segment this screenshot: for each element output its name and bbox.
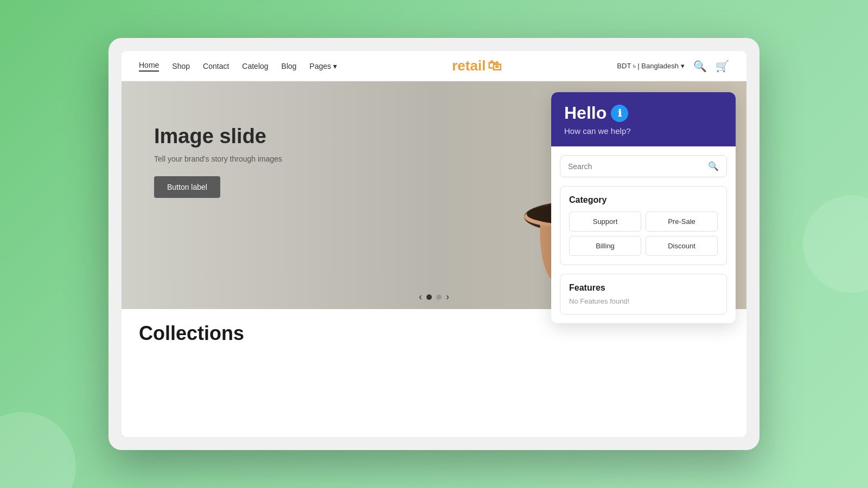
hero-text-block: Image slide Tell your brand's story thro…: [154, 125, 282, 198]
slider-prev-arrow[interactable]: ‹: [419, 291, 422, 303]
category-discount[interactable]: Discount: [646, 236, 718, 256]
laptop-frame: Home Shop Contact Catelog Blog Pages ▾ r…: [108, 38, 760, 450]
nav-shop[interactable]: Shop: [172, 62, 190, 70]
slider-next-arrow[interactable]: ›: [446, 291, 449, 303]
hero-title: Image slide: [154, 125, 282, 148]
search-magnifier-icon: 🔍: [708, 161, 719, 171]
hero-subtitle: Tell your brand's story through images: [154, 155, 282, 163]
nav-home[interactable]: Home: [139, 61, 159, 72]
widget-body: 🔍 Category Support Pre-Sale Billing Disc…: [551, 146, 736, 323]
features-section: Features No Features found!: [560, 274, 727, 314]
category-presale[interactable]: Pre-Sale: [646, 211, 718, 232]
chevron-down-icon: ▾: [333, 62, 337, 70]
currency-selector[interactable]: BDT ৳ | Bangladesh ▾: [617, 62, 685, 70]
category-support[interactable]: Support: [569, 211, 641, 232]
nav-right: BDT ৳ | Bangladesh ▾ 🔍 🛒: [617, 60, 729, 73]
widget-hello-row: Hello ℹ: [564, 103, 723, 123]
help-widget: Hello ℹ How can we help? 🔍 Category: [551, 92, 736, 323]
category-title: Category: [569, 195, 718, 205]
widget-subtitle: How can we help?: [564, 126, 723, 136]
features-empty-message: No Features found!: [569, 297, 718, 305]
category-grid: Support Pre-Sale Billing Discount: [569, 211, 718, 256]
main-content: Image slide Tell your brand's story thro…: [122, 81, 746, 437]
nav-contact[interactable]: Contact: [203, 62, 229, 70]
logo-text: retail: [452, 57, 486, 74]
search-icon[interactable]: 🔍: [693, 60, 707, 73]
search-box[interactable]: 🔍: [560, 155, 727, 177]
browser-window: Home Shop Contact Catelog Blog Pages ▾ r…: [122, 51, 746, 437]
logo-bag-icon: 🛍: [488, 57, 502, 74]
features-title: Features: [569, 283, 718, 293]
slide-dot-2[interactable]: [436, 294, 442, 300]
nav-links: Home Shop Contact Catelog Blog Pages ▾: [139, 61, 337, 72]
logo[interactable]: retail 🛍: [452, 57, 502, 74]
slider-dots: ‹ ›: [419, 291, 449, 303]
info-icon: ℹ: [611, 105, 628, 122]
widget-header: Hello ℹ How can we help?: [551, 92, 736, 146]
cart-icon[interactable]: 🛒: [716, 60, 729, 73]
hero-button[interactable]: Button label: [154, 176, 220, 198]
nav-catelog[interactable]: Catelog: [242, 62, 268, 70]
category-billing[interactable]: Billing: [569, 236, 641, 256]
nav-blog[interactable]: Blog: [282, 62, 297, 70]
navbar: Home Shop Contact Catelog Blog Pages ▾ r…: [122, 51, 746, 81]
widget-hello-text: Hello: [564, 103, 607, 123]
collections-title: Collections: [139, 322, 729, 345]
nav-pages[interactable]: Pages ▾: [310, 62, 337, 70]
slide-dot-1[interactable]: [426, 294, 432, 300]
currency-chevron-icon: ▾: [681, 62, 685, 70]
search-input[interactable]: [568, 162, 704, 171]
category-section: Category Support Pre-Sale Billing Discou…: [560, 186, 727, 265]
